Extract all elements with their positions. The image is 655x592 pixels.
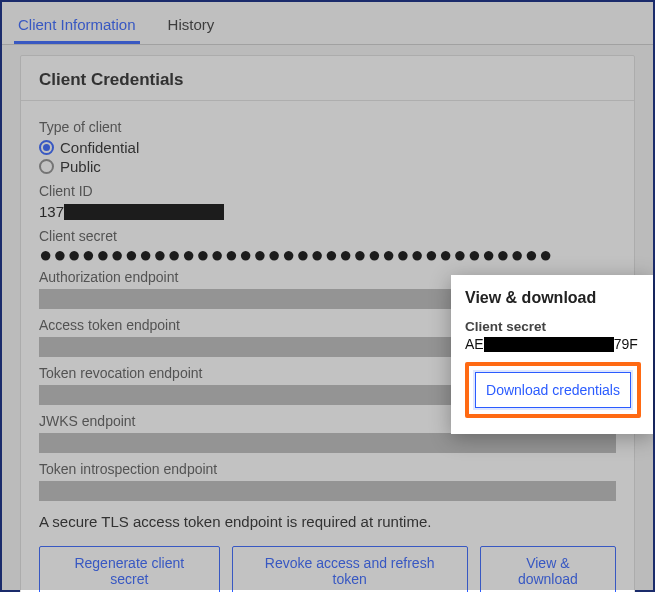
tab-history[interactable]: History xyxy=(164,8,219,44)
label-client-secret: Client secret xyxy=(39,228,616,244)
value-client-secret-masked: ●●●●●●●●●●●●●●●●●●●●●●●●●●●●●●●●●●●● xyxy=(39,248,616,261)
radio-confidential[interactable]: Confidential xyxy=(39,139,616,156)
popup-secret-suffix: 79F xyxy=(614,336,638,352)
popup-title: View & download xyxy=(465,289,641,307)
popup-label-client-secret: Client secret xyxy=(465,319,641,334)
redacted-bar xyxy=(64,204,224,220)
popup-value-client-secret: AE79F xyxy=(465,336,641,352)
popup-secret-prefix: AE xyxy=(465,336,484,352)
value-token-introspection-endpoint xyxy=(39,481,616,501)
highlight-frame: Download credentials xyxy=(465,362,641,418)
radio-label: Public xyxy=(60,158,101,175)
regenerate-client-secret-button[interactable]: Regenerate client secret xyxy=(39,546,220,592)
note-tls-required: A secure TLS access token endpoint is re… xyxy=(39,513,616,530)
label-type-of-client: Type of client xyxy=(39,119,616,135)
label-client-id: Client ID xyxy=(39,183,616,199)
revoke-token-button[interactable]: Revoke access and refresh token xyxy=(232,546,468,592)
redacted-bar xyxy=(484,337,614,352)
radio-label: Confidential xyxy=(60,139,139,156)
view-download-button[interactable]: View & download xyxy=(480,546,616,592)
download-credentials-button[interactable]: Download credentials xyxy=(475,372,631,408)
client-id-prefix: 137 xyxy=(39,203,64,220)
radio-icon xyxy=(39,159,54,174)
label-token-introspection-endpoint: Token introspection endpoint xyxy=(39,461,616,477)
radio-icon xyxy=(39,140,54,155)
tabs: Client Information History xyxy=(2,2,653,45)
value-jwks-endpoint xyxy=(39,433,616,453)
view-download-popup: View & download Client secret AE79F Down… xyxy=(451,275,653,434)
tab-client-information[interactable]: Client Information xyxy=(14,8,140,44)
value-client-id: 137 xyxy=(39,203,616,220)
radio-public[interactable]: Public xyxy=(39,158,616,175)
section-title-client-credentials: Client Credentials xyxy=(21,56,634,101)
